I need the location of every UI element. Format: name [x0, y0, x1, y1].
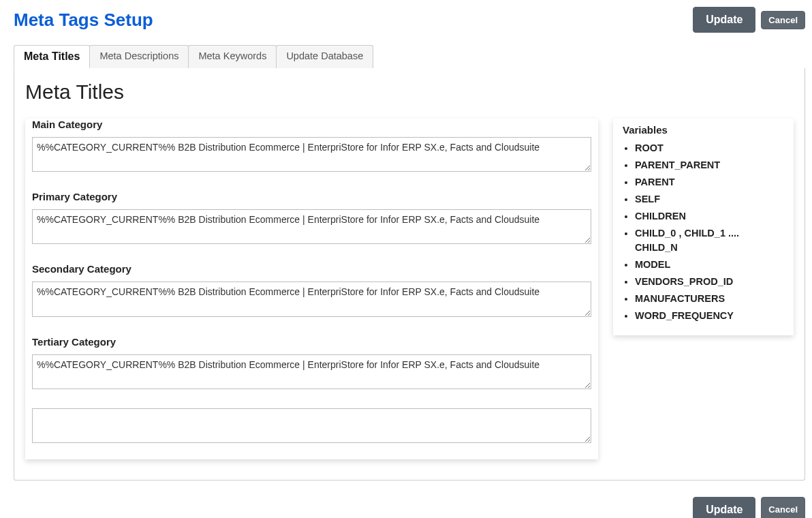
input-primary-category[interactable] — [32, 209, 591, 244]
variable-item: PARENT — [635, 174, 784, 191]
footer-button-group: Update Cancel — [14, 497, 805, 518]
page-title: Meta Tags Setup — [14, 10, 153, 31]
tab-meta-titles[interactable]: Meta Titles — [14, 45, 90, 68]
label-secondary-category: Secondary Category — [32, 263, 591, 275]
update-button[interactable]: Update — [693, 7, 755, 33]
variable-item: CHILD_0 , CHILD_1 .... CHILD_N — [635, 225, 784, 256]
variables-title: Variables — [623, 124, 784, 136]
variable-item: CHILDREN — [635, 208, 784, 225]
tab-bar: Meta Titles Meta Descriptions Meta Keywo… — [14, 45, 805, 69]
input-extra[interactable] — [32, 408, 591, 443]
variables-list: ROOT PARENT_PARENT PARENT SELF CHILDREN … — [623, 140, 784, 324]
section-title: Meta Titles — [25, 80, 794, 104]
input-tertiary-category[interactable] — [32, 354, 591, 389]
input-secondary-category[interactable] — [32, 281, 591, 316]
cancel-button[interactable]: Cancel — [761, 11, 805, 29]
variables-card: Variables ROOT PARENT_PARENT PARENT SELF… — [613, 119, 794, 335]
variable-item: MANUFACTURERS — [635, 290, 784, 307]
label-tertiary-category: Tertiary Category — [32, 336, 591, 348]
variable-item: PARENT_PARENT — [635, 157, 784, 174]
tab-update-database[interactable]: Update Database — [276, 45, 373, 68]
label-primary-category: Primary Category — [32, 191, 591, 202]
header-button-group: Update Cancel — [693, 7, 805, 33]
variable-item: VENDORS_PROD_ID — [635, 273, 784, 290]
cancel-button-footer[interactable]: Cancel — [761, 497, 805, 518]
input-main-category[interactable] — [32, 137, 591, 172]
label-main-category: Main Category — [32, 119, 591, 130]
update-button-footer[interactable]: Update — [693, 497, 755, 518]
variable-item: MODEL — [635, 256, 784, 273]
form-area: Main Category Primary Category Secondary… — [25, 119, 598, 459]
variable-item: SELF — [635, 191, 784, 208]
variable-item: WORD_FREQUENCY — [635, 307, 784, 324]
tab-meta-descriptions[interactable]: Meta Descriptions — [89, 45, 189, 68]
tab-meta-keywords[interactable]: Meta Keywords — [188, 45, 277, 68]
variable-item: ROOT — [635, 140, 784, 157]
tab-panel: Meta Titles Main Category Primary Catego… — [14, 68, 805, 481]
